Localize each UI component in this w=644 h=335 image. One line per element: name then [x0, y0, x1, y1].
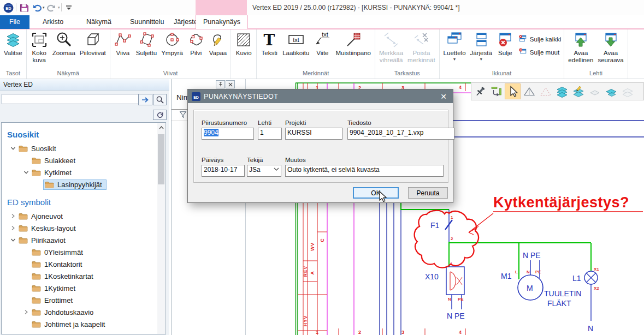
ribbon-group-label: Viivat: [112, 69, 229, 79]
chevron-down-icon: [274, 168, 279, 171]
chevron-collapsed-icon[interactable]: [10, 225, 16, 231]
svg-text:ED: ED: [193, 95, 199, 99]
ribbon-button-koko-kuva[interactable]: Koko kuva: [29, 30, 50, 64]
redo-button[interactable]: ▾: [47, 2, 60, 13]
ribbon-button-muistiinpano[interactable]: Muistiinpano: [334, 30, 373, 57]
ribbon-button-zoomaa[interactable]: Zoomaa: [51, 30, 77, 57]
search-input[interactable]: [2, 94, 140, 104]
panel-pin-button[interactable]: [216, 80, 225, 88]
ribbon-button-teksti[interactable]: T Teksti: [259, 30, 280, 57]
ribbon-button-piiloviivat[interactable]: Piiloviivat: [78, 30, 108, 57]
search-button[interactable]: [153, 94, 167, 105]
cloudnodes-icon: [187, 31, 205, 49]
tree-item-johtimet-ja-kaapelit[interactable]: Johtimet ja kaapelit: [2, 318, 158, 330]
tree-item-piirikaaviot[interactable]: Piirikaaviot: [2, 234, 158, 246]
undo-icon: [32, 3, 42, 12]
ribbon-button-viite[interactable]: txt Viite: [312, 30, 333, 57]
search-go-button[interactable]: [138, 94, 152, 105]
ribbon-button-laatikoitu[interactable]: txt Laatikoitu: [281, 30, 311, 57]
tiedosto-field[interactable]: 9904_2018_10_17_1.vxp: [347, 128, 454, 140]
paivays-field[interactable]: 2018-10-17: [202, 165, 245, 177]
ribbon-button-sulje-kaikki[interactable]: Sulje kaikki: [518, 34, 562, 44]
scroll-up-button[interactable]: [157, 123, 165, 132]
winlist-icon: [446, 31, 463, 49]
toolbar-triangle-dashed-icon[interactable]: [537, 83, 553, 99]
tree-item-sulakkeet[interactable]: Sulakkeet: [2, 154, 158, 166]
ok-button[interactable]: OK: [353, 187, 399, 199]
chevron-collapsed-icon[interactable]: [23, 309, 29, 315]
ribbon-button-suljettu[interactable]: Suljettu: [134, 30, 158, 57]
markgreen-icon: [382, 31, 400, 49]
folder-icon: [32, 273, 41, 280]
tab-suunnittelu[interactable]: Suunnittelu: [130, 15, 164, 28]
refresh-button[interactable]: [153, 110, 167, 120]
toolbar-layers-flat-icon[interactable]: [603, 83, 619, 99]
tree-scrollbar[interactable]: [157, 123, 165, 334]
toolbar-layers-edit-icon[interactable]: [570, 83, 586, 99]
toolbar-layers-flat-dim-icon[interactable]: [619, 83, 635, 99]
svg-text:A: A: [310, 271, 315, 274]
toolbar-place-symbol-icon[interactable]: [488, 83, 504, 99]
toolbar-layers-stack-icon[interactable]: [554, 83, 570, 99]
save-button[interactable]: [20, 2, 29, 13]
chevron-collapsed-icon[interactable]: [10, 213, 16, 219]
ribbon-button-ympyra[interactable]: Ympyrä: [159, 30, 185, 57]
ribbon-button-sulje[interactable]: Sulje: [495, 30, 516, 57]
tree-item-keskus-layout[interactable]: Keskus-layout: [2, 222, 158, 234]
tab-arkisto[interactable]: Arkisto: [43, 15, 63, 28]
tree-item-1kontaktorit[interactable]: 1Kontaktorit: [2, 258, 158, 270]
ribbon-button-sulje-muut[interactable]: Sulje muut: [518, 47, 562, 57]
tree-item-0yleisimm-t[interactable]: 0Yleisimmät: [2, 246, 158, 258]
punakynaystiedot-dialog: ED PUNAKYNÄYSTIEDOT ✕ Piirustusnumero Le…: [187, 89, 453, 203]
ribbon-button-avaa-seuraava[interactable]: Avaa seuraava: [596, 30, 625, 64]
tree-item-ajoneuvot[interactable]: Ajoneuvot: [2, 210, 158, 222]
customize-qat-button[interactable]: [65, 2, 73, 13]
tab-punakyn-ys[interactable]: Punakynäys: [196, 15, 248, 29]
undo-button[interactable]: ▾: [32, 2, 45, 13]
ribbon-button-avaa-edellinen[interactable]: Avaa edellinen: [566, 30, 595, 64]
chevron-expanded-icon[interactable]: [23, 170, 29, 175]
projekti-field[interactable]: KURSSI: [285, 128, 342, 140]
tree-item-erottimet[interactable]: Erottimet: [2, 294, 158, 306]
dialog-titlebar[interactable]: ED PUNAKYNÄYSTIEDOT ✕: [188, 89, 453, 103]
svg-text:X1: X1: [594, 267, 599, 272]
quick-access-toolbar: ED ▾ ▾ Vertex ED 2019 / 25.0.00 (r172982…: [0, 0, 644, 15]
folder-icon: [32, 297, 41, 304]
tekija-combobox[interactable]: JSa: [247, 165, 281, 177]
svg-text:M: M: [527, 284, 533, 292]
tree-item-johdotuskaavio[interactable]: Johdotuskaavio: [2, 306, 158, 318]
tree-item-1kytkimet[interactable]: 1Kytkimet: [2, 282, 158, 294]
tree-item-suosikit[interactable]: Suosikit: [2, 142, 158, 154]
toolbar-layer-single-icon[interactable]: [587, 83, 602, 99]
lehti-field[interactable]: 1: [258, 128, 282, 140]
ribbon-button-valitse[interactable]: Valitse: [2, 30, 24, 57]
tree-item-1kosketinkartat[interactable]: 1Kosketinkartat: [2, 270, 158, 282]
svg-text:4: 4: [459, 85, 462, 90]
polyline-icon: [114, 31, 132, 49]
search-icon: [156, 95, 164, 104]
toolbar-select-arrow-icon[interactable]: [505, 83, 521, 99]
tree-item-lasinpyyhkij-t[interactable]: Lasinpyyhkijät: [2, 178, 158, 190]
ribbon-button-kuvio[interactable]: Kuvio: [233, 30, 254, 57]
muutos-field[interactable]: Outo kytkentä, ei selviä kuvasta: [285, 165, 444, 177]
chevron-expanded-icon[interactable]: [10, 146, 16, 151]
toolbar-triangle-icon[interactable]: [521, 83, 537, 99]
cancel-button[interactable]: Peruuta: [408, 187, 448, 199]
tab-n-kym-[interactable]: Näkymä: [86, 15, 111, 28]
ribbon-button-luettelo[interactable]: Luettelo▾: [442, 30, 468, 62]
filter-funnel-icon[interactable]: [179, 111, 187, 121]
tree-content: Suosikit Suosikit Sulakkeet Kytkimet Las…: [2, 123, 158, 330]
tab-file[interactable]: File: [0, 15, 29, 29]
ribbon-button-vapaa[interactable]: Vapaa: [208, 30, 228, 57]
ribbon-button-pilvi[interactable]: Pilvi: [186, 30, 206, 57]
ribbon-button-viiva[interactable]: Viiva: [113, 30, 133, 57]
ribbon-button-jarjesta[interactable]: Järjestä▾: [469, 30, 494, 62]
toolbar-pushpin-icon[interactable]: [472, 83, 488, 99]
piirustusnumero-field[interactable]: 9904: [202, 128, 254, 140]
app-logo-icon[interactable]: ED: [3, 2, 14, 13]
tree-item-kytkimet[interactable]: Kytkimet: [2, 166, 158, 178]
panel-close-button[interactable]: [226, 80, 235, 88]
dialog-close-icon[interactable]: ✕: [438, 92, 449, 101]
chevron-expanded-icon[interactable]: [10, 237, 16, 243]
scrollbar-thumb[interactable]: [158, 134, 164, 184]
